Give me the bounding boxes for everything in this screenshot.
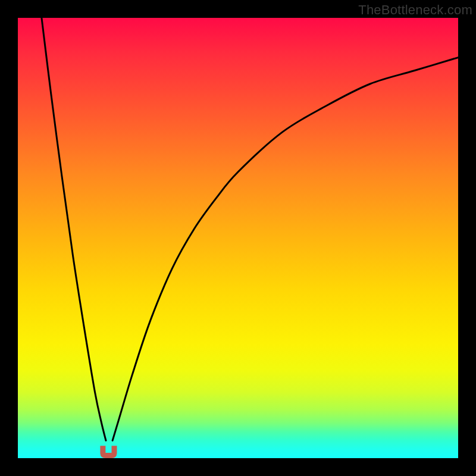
watermark-text: TheBottleneck.com: [358, 2, 472, 18]
curve-right-branch: [112, 58, 458, 441]
notch-marker: [100, 446, 117, 458]
bottleneck-curve: [18, 18, 458, 458]
curve-left-branch: [42, 18, 106, 440]
chart-frame: [18, 18, 458, 458]
